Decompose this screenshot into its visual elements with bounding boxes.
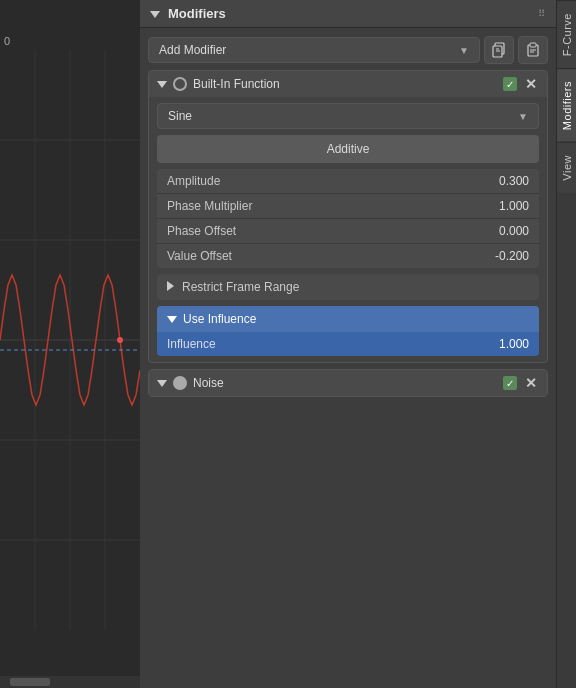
add-modifier-dropdown[interactable]: Add Modifier ▼ [148, 37, 480, 63]
copy-modifier-button[interactable] [484, 36, 514, 64]
sine-dropdown-arrow-icon: ▼ [518, 111, 528, 122]
sine-dropdown[interactable]: Sine ▼ [157, 103, 539, 129]
phase-multiplier-row[interactable]: Phase Multiplier 1.000 [157, 194, 539, 219]
add-modifier-label: Add Modifier [159, 43, 226, 57]
main-content: Modifiers ⠿ Add Modifier ▼ [140, 0, 556, 688]
graph-area: 0 [0, 0, 140, 688]
restrict-collapse-icon[interactable] [167, 280, 174, 294]
paste-modifier-button[interactable] [518, 36, 548, 64]
value-offset-value: -0.200 [495, 249, 529, 263]
builtin-circle-icon [173, 77, 187, 91]
right-panel: Modifiers ⠿ Add Modifier ▼ [140, 0, 576, 688]
additive-button[interactable]: Additive [157, 135, 539, 163]
additive-label: Additive [327, 142, 370, 156]
builtin-function-title: Built-In Function [193, 77, 497, 91]
influence-row[interactable]: Influence 1.000 [157, 332, 539, 356]
noise-collapse-icon[interactable] [157, 376, 167, 390]
dropdown-arrow-icon: ▼ [459, 45, 469, 56]
use-influence-collapse-icon[interactable] [167, 312, 177, 326]
value-offset-row[interactable]: Value Offset -0.200 [157, 244, 539, 268]
tab-modifiers[interactable]: Modifiers [557, 68, 576, 142]
sine-label: Sine [168, 109, 192, 123]
collapse-triangle[interactable] [150, 7, 160, 21]
svg-point-9 [117, 337, 123, 343]
restrict-label: Restrict Frame Range [182, 280, 299, 294]
builtin-function-header: Built-In Function ✓ ✕ [149, 71, 547, 97]
graph-scrollbar[interactable] [0, 676, 140, 688]
value-offset-label: Value Offset [167, 249, 232, 263]
noise-header: Noise ✓ ✕ [149, 370, 547, 396]
influence-label: Influence [167, 337, 216, 351]
panel-title: Modifiers [168, 6, 530, 21]
noise-close-button[interactable]: ✕ [523, 375, 539, 391]
restrict-frame-range-row[interactable]: Restrict Frame Range [157, 274, 539, 300]
property-rows: Amplitude 0.300 Phase Multiplier 1.000 P… [157, 169, 539, 268]
graph-scrollbar-thumb[interactable] [10, 678, 50, 686]
noise-enabled-checkbox[interactable]: ✓ [503, 376, 517, 390]
phase-offset-value: 0.000 [499, 224, 529, 238]
tab-view[interactable]: View [557, 142, 576, 193]
phase-multiplier-label: Phase Multiplier [167, 199, 252, 213]
panel-body: Add Modifier ▼ [140, 28, 556, 688]
noise-circle-icon [173, 376, 187, 390]
panel-header: Modifiers ⠿ [140, 0, 556, 28]
phase-offset-label: Phase Offset [167, 224, 236, 238]
add-modifier-row: Add Modifier ▼ [148, 36, 548, 64]
builtin-collapse-icon[interactable] [157, 77, 167, 91]
side-tabs: F-Curve Modifiers View [556, 0, 576, 688]
noise-title: Noise [193, 376, 497, 390]
graph-y-label: 0 [4, 35, 10, 47]
builtin-close-button[interactable]: ✕ [523, 76, 539, 92]
use-influence-header[interactable]: Use Influence [157, 306, 539, 332]
drag-handle: ⠿ [538, 8, 546, 19]
amplitude-row[interactable]: Amplitude 0.300 [157, 169, 539, 194]
builtin-enabled-checkbox[interactable]: ✓ [503, 77, 517, 91]
influence-value: 1.000 [499, 337, 529, 351]
use-influence-label: Use Influence [183, 312, 256, 326]
amplitude-value: 0.300 [499, 174, 529, 188]
tab-fcurve[interactable]: F-Curve [557, 0, 576, 68]
phase-multiplier-value: 1.000 [499, 199, 529, 213]
amplitude-label: Amplitude [167, 174, 220, 188]
phase-offset-row[interactable]: Phase Offset 0.000 [157, 219, 539, 244]
builtin-function-block: Built-In Function ✓ ✕ Sine ▼ Additive Am… [148, 70, 548, 363]
graph-canvas [0, 50, 140, 630]
influence-block: Use Influence Influence 1.000 [157, 306, 539, 356]
noise-block: Noise ✓ ✕ [148, 369, 548, 397]
svg-rect-15 [530, 43, 536, 47]
